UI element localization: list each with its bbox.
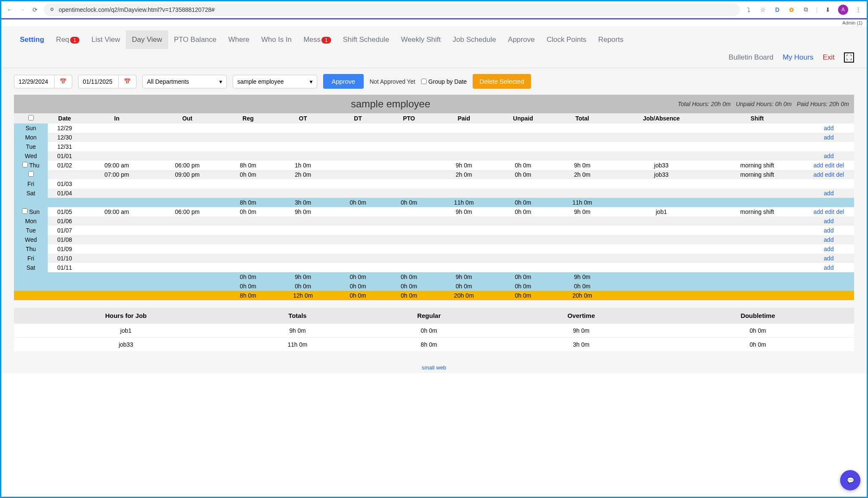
browser-bar: ← → ⟳ ⚙ opentimeclock.com/q2/mDayview.ht…	[1, 1, 867, 18]
paid-hours-label: Paid Hours: 20h 0m	[797, 101, 849, 107]
nav-day-view[interactable]: Day View	[126, 30, 168, 49]
add-link[interactable]: add	[824, 125, 833, 131]
col-regular: Regular	[357, 308, 501, 324]
fullscreen-icon[interactable]: ⛶	[844, 52, 854, 63]
table-row: Wed01/08add	[14, 235, 854, 244]
subtotal-row: 8h 0m3h 0m0h 0m0h 0m11h 0m0h 0m11h 0m	[14, 198, 854, 207]
date-to-group: 📅	[78, 75, 136, 88]
extension-d-icon[interactable]: D	[773, 5, 781, 14]
row-checkbox[interactable]	[22, 162, 28, 167]
extension-flower-icon[interactable]: ✿	[787, 5, 796, 14]
edit-link[interactable]: edit	[825, 208, 835, 215]
small-web-link[interactable]: small web	[422, 364, 446, 371]
add-link[interactable]: add	[814, 162, 823, 169]
table-row: Mon01/06add	[14, 216, 854, 226]
site-settings-icon[interactable]: ⚙	[49, 6, 55, 13]
edit-link[interactable]: edit	[825, 162, 835, 169]
nav-setting[interactable]: Setting	[14, 30, 50, 49]
row-checkbox[interactable]	[22, 208, 27, 214]
reload-button[interactable]: ⟳	[31, 5, 39, 14]
table-row: Thu01/0209:00 am06:00 pm8h 0m1h 0m9h 0m0…	[14, 161, 854, 170]
employee-name: sample employee	[103, 98, 678, 110]
sub-bar: Bulletin Board My Hours Exit ⛶	[1, 49, 867, 68]
subtotal-row: 0h 0m0h 0m0h 0m0h 0m0h 0m0h 0m0h 0m	[14, 282, 854, 291]
add-link[interactable]: add	[814, 208, 823, 215]
my-hours-link[interactable]: My Hours	[783, 53, 814, 62]
col-hours-for-job: Hours for Job	[14, 308, 238, 324]
employee-header: sample employee Total Hours: 20h 0m Unpa…	[14, 95, 854, 113]
exit-link[interactable]: Exit	[823, 53, 835, 62]
date-to-input[interactable]	[78, 75, 119, 88]
col-dt: DT	[332, 113, 384, 123]
add-link[interactable]: add	[824, 246, 833, 252]
nav-job-schedule[interactable]: Job Schedule	[447, 30, 502, 49]
add-link[interactable]: add	[824, 218, 833, 224]
admin-label[interactable]: Admin (1)	[1, 19, 867, 26]
date-from-input[interactable]	[14, 75, 54, 88]
col-total: Total	[553, 113, 612, 123]
add-link[interactable]: add	[814, 171, 823, 178]
job-summary-table: Hours for Job Totals Regular Overtime Do…	[14, 308, 854, 351]
nav-req[interactable]: Req1	[50, 30, 86, 49]
edit-link[interactable]: edit	[825, 171, 835, 178]
group-by-date-checkbox[interactable]	[421, 79, 427, 84]
calendar-icon: 📅	[60, 78, 67, 85]
del-link[interactable]: del	[836, 208, 844, 215]
nav-shift-schedule[interactable]: Shift Schedule	[337, 30, 395, 49]
add-link[interactable]: add	[824, 190, 833, 197]
chevron-down-icon: ▾	[219, 78, 222, 85]
table-row: 07:00 pm09:00 pm0h 0m2h 0m2h 0m0h 0m2h 0…	[14, 170, 854, 179]
req-badge: 1	[70, 37, 80, 44]
nav-where[interactable]: Where	[223, 30, 256, 49]
nav-who-is-in[interactable]: Who Is In	[256, 30, 298, 49]
col-shift: Shift	[711, 113, 803, 123]
extensions-icon[interactable]: ⧉	[802, 5, 810, 14]
profile-avatar[interactable]: A	[838, 5, 848, 15]
bulletin-board-link[interactable]: Bulletin Board	[729, 53, 773, 62]
forward-button[interactable]: →	[18, 5, 27, 14]
nav-mess[interactable]: Mess1	[297, 30, 337, 49]
nav-list-view[interactable]: List View	[85, 30, 126, 49]
url-bar[interactable]: ⚙ opentimeclock.com/q2/mDayview.html?v=1…	[44, 3, 740, 16]
select-all-checkbox[interactable]	[28, 115, 34, 120]
department-select[interactable]: All Departments▾	[142, 75, 227, 88]
col-overtime: Overtime	[501, 308, 661, 324]
col-pto: PTO	[384, 113, 435, 123]
back-button[interactable]: ←	[5, 5, 14, 14]
approve-button[interactable]: Approve	[323, 74, 364, 89]
install-icon[interactable]: ⤵	[744, 5, 753, 14]
add-link[interactable]: add	[824, 236, 833, 243]
nav-pto-balance[interactable]: PTO Balance	[168, 30, 223, 49]
col-in: In	[82, 113, 152, 123]
col-ot: OT	[274, 113, 332, 123]
controls-row: 📅 📅 All Departments▾ sample employee▾ Ap…	[1, 68, 867, 95]
nav-weekly-shift[interactable]: Weekly Shift	[395, 30, 446, 49]
add-link[interactable]: add	[824, 255, 833, 262]
add-link[interactable]: add	[824, 264, 833, 271]
table-row: Sat01/11add	[14, 263, 854, 272]
date-to-calendar-button[interactable]: 📅	[119, 75, 136, 88]
group-by-date-label[interactable]: Group by Date	[421, 78, 467, 85]
date-from-calendar-button[interactable]: 📅	[54, 75, 72, 88]
employee-select[interactable]: sample employee▾	[233, 75, 317, 88]
table-row: Mon12/30add	[14, 133, 854, 142]
row-checkbox[interactable]	[28, 171, 34, 177]
col-paid: Paid	[435, 113, 493, 123]
chat-icon: 💬	[847, 477, 854, 484]
nav-approve[interactable]: Approve	[502, 30, 541, 49]
download-icon[interactable]: ⬇	[824, 5, 832, 14]
nav-reports[interactable]: Reports	[592, 30, 629, 49]
del-link[interactable]: del	[836, 171, 844, 178]
add-link[interactable]: add	[824, 153, 833, 159]
chat-widget-button[interactable]: 💬	[840, 470, 860, 490]
summary-header-row: Hours for Job Totals Regular Overtime Do…	[14, 308, 854, 324]
table-row: Tue01/07add	[14, 226, 854, 235]
browser-menu-icon[interactable]: ⋮	[854, 5, 863, 14]
del-link[interactable]: del	[836, 162, 844, 169]
delete-selected-button[interactable]: Delete Selected	[473, 74, 531, 89]
add-link[interactable]: add	[824, 227, 833, 234]
col-unpaid: Unpaid	[493, 113, 553, 123]
nav-clock-points[interactable]: Clock Points	[541, 30, 592, 49]
bookmark-icon[interactable]: ☆	[759, 5, 767, 14]
add-link[interactable]: add	[824, 134, 833, 141]
